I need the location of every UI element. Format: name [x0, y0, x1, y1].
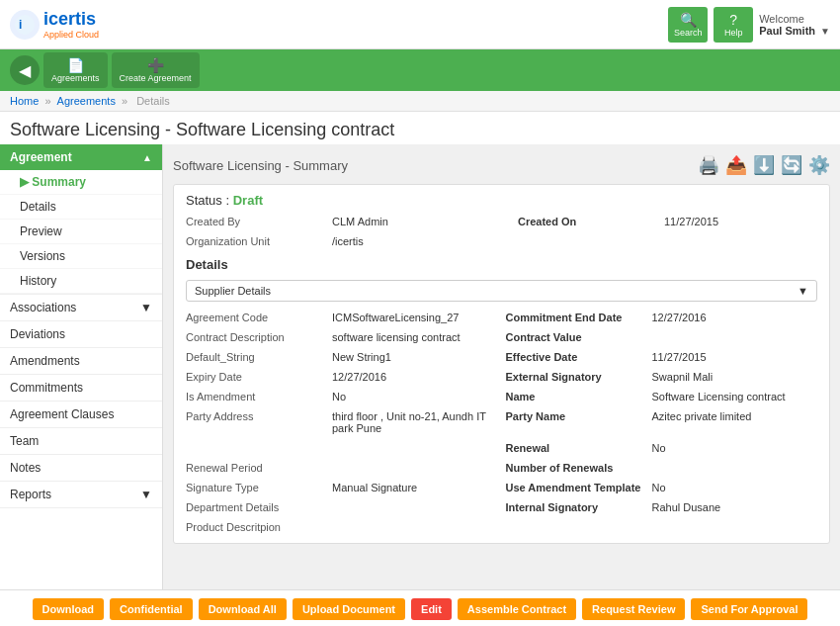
refresh-icon[interactable]: 🔄	[781, 154, 802, 176]
status-line: Status : Draft	[186, 193, 817, 208]
field-value-external-signatory: Swapnil Mali	[652, 369, 818, 385]
field-value-contract-value	[652, 329, 818, 345]
status-value: Draft	[233, 193, 263, 208]
user-info: Welcome Paul Smith ▼	[759, 13, 830, 37]
sidebar-reports-arrow: ▼	[140, 488, 152, 501]
created-by-label: Created By	[186, 214, 324, 229]
agreements-nav-button[interactable]: 📄 Agreements	[43, 52, 108, 88]
sidebar-item-preview[interactable]: Preview	[0, 220, 162, 244]
sidebar-reports[interactable]: Reports ▼	[0, 482, 162, 508]
help-label: Help	[724, 28, 743, 38]
create-agreement-nav-button[interactable]: ➕ Create Agreement	[112, 52, 200, 88]
download-all-button[interactable]: Download All	[199, 598, 287, 620]
download-icon[interactable]: ⬇️	[753, 154, 775, 176]
supplier-dropdown[interactable]: Supplier Details ▼	[186, 280, 817, 302]
org-unit-label: Organization Unit	[186, 233, 324, 249]
content-area: Software Licensing - Summary 🖨️ 📤 ⬇️ 🔄 ⚙…	[163, 144, 840, 589]
status-box: Status : Draft Created By CLM Admin Crea…	[173, 184, 830, 544]
sidebar-agreement-arrow: ▲	[142, 152, 152, 163]
sidebar-item-details[interactable]: Details	[0, 195, 162, 220]
share-icon[interactable]: 📤	[725, 154, 747, 176]
search-icon: 🔍	[680, 12, 697, 28]
upload-document-button[interactable]: Upload Document	[293, 598, 405, 620]
sidebar-amendments-label: Amendments	[10, 354, 80, 368]
edit-button[interactable]: Edit	[411, 598, 452, 620]
sidebar-agreement-header[interactable]: Agreement ▲	[0, 144, 162, 170]
breadcrumb-sep1: »	[44, 95, 53, 107]
breadcrumb-home[interactable]: Home	[10, 95, 39, 107]
sidebar-notes-label: Notes	[10, 461, 41, 475]
org-unit-value: /icertis	[332, 233, 510, 249]
sidebar-team[interactable]: Team	[0, 428, 162, 455]
user-name: Paul Smith	[759, 25, 815, 37]
sidebar-amendments[interactable]: Amendments	[0, 348, 162, 375]
help-icon: ?	[729, 12, 737, 28]
field-value-name: Software Licensing contract	[652, 389, 818, 404]
sidebar-associations[interactable]: Associations ▼	[0, 295, 162, 321]
field-label-effective-date: Effective Date	[506, 349, 644, 365]
assemble-contract-button[interactable]: Assemble Contract	[458, 598, 576, 620]
field-value-product-desc	[332, 519, 498, 535]
settings-icon[interactable]: ⚙️	[808, 154, 830, 176]
sidebar-associations-arrow: ▼	[140, 301, 152, 314]
sidebar-item-versions[interactable]: Versions	[0, 244, 162, 269]
create-agreement-icon: ➕	[147, 57, 164, 73]
sidebar-commitments[interactable]: Commitments	[0, 375, 162, 402]
back-button[interactable]: ◀	[10, 55, 40, 85]
field-label-empty2	[506, 519, 644, 535]
breadcrumb-agreements[interactable]: Agreements	[57, 95, 116, 107]
header: i icertis Applied Cloud 🔍 Search ? Help …	[0, 0, 840, 49]
field-label-party-address: Party Address	[186, 408, 324, 436]
send-for-approval-button[interactable]: Send For Approval	[691, 598, 807, 620]
sidebar-agreement-clauses[interactable]: Agreement Clauses	[0, 402, 162, 428]
sidebar-item-summary[interactable]: ▶ Summary	[0, 170, 162, 195]
agreements-nav-label: Agreements	[51, 73, 100, 83]
field-label-default-string: Default_String	[186, 349, 324, 365]
field-value-default-string: New String1	[332, 349, 498, 365]
page-title: Software Licensing - Software Licensing …	[10, 120, 830, 140]
sidebar-item-history[interactable]: History	[0, 269, 162, 294]
field-label-use-amendment: Use Amendment Template	[506, 480, 644, 495]
field-value-empty1	[332, 440, 498, 456]
sidebar-notes[interactable]: Notes	[0, 455, 162, 482]
field-label-external-signatory: External Signatory	[506, 369, 644, 385]
field-value-empty2	[652, 519, 818, 535]
supplier-dropdown-label: Supplier Details	[195, 285, 271, 297]
breadcrumb: Home » Agreements » Details	[0, 91, 840, 112]
agreements-icon: 📄	[67, 57, 84, 73]
help-button[interactable]: ? Help	[714, 7, 753, 43]
field-value-signature-type: Manual Signature	[332, 480, 498, 495]
nav-bar: ◀ 📄 Agreements ➕ Create Agreement	[0, 49, 840, 91]
field-value-effective-date: 11/27/2015	[652, 349, 818, 365]
created-on-label: Created On	[518, 214, 656, 229]
field-label-is-amendment: Is Amendment	[186, 389, 324, 404]
print-icon[interactable]: 🖨️	[698, 154, 719, 176]
field-label-commitment-end: Commitment End Date	[506, 310, 644, 325]
page-title-area: Software Licensing - Software Licensing …	[0, 112, 840, 144]
field-label-expiry-date: Expiry Date	[186, 369, 324, 385]
breadcrumb-details: Details	[136, 95, 170, 107]
welcome-text: Welcome	[759, 13, 804, 25]
sidebar-deviations[interactable]: Deviations	[0, 321, 162, 348]
field-value-num-renewals	[652, 460, 818, 476]
sidebar-reports-label: Reports	[10, 488, 51, 501]
field-label-renewal: Renewal	[506, 440, 644, 456]
download-button[interactable]: Download	[33, 598, 105, 620]
field-label-0: Agreement Code	[186, 310, 324, 325]
confidential-button[interactable]: Confidential	[110, 598, 193, 620]
field-label-product-desc: Product Descritpion	[186, 519, 324, 535]
field-label-empty1	[186, 440, 324, 456]
field-value-renewal-period	[332, 460, 498, 476]
search-button[interactable]: 🔍 Search	[668, 7, 708, 43]
details-title: Details	[186, 257, 817, 272]
header-right: 🔍 Search ? Help Welcome Paul Smith ▼	[668, 7, 830, 43]
field-value-internal-signatory: Rahul Dusane	[652, 499, 818, 515]
supplier-dropdown-arrow: ▼	[798, 285, 808, 297]
breadcrumb-sep2: »	[122, 95, 130, 107]
field-value-is-amendment: No	[332, 389, 498, 404]
sidebar-agreement-label: Agreement	[10, 150, 72, 164]
search-label: Search	[674, 28, 703, 38]
request-review-button[interactable]: Request Review	[582, 598, 685, 620]
field-value-renewal: No	[652, 440, 818, 456]
user-dropdown-arrow[interactable]: ▼	[820, 26, 830, 37]
